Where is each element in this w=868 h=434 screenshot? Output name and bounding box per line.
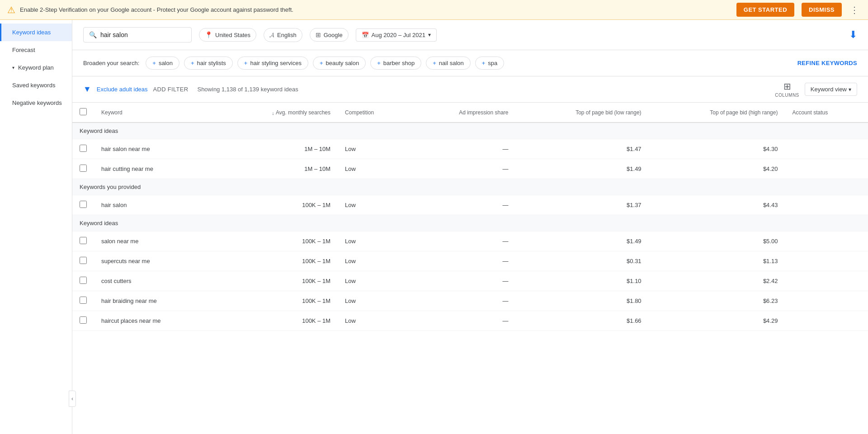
competition-cell: Low <box>338 159 410 179</box>
row-checkbox[interactable] <box>80 145 87 152</box>
refine-keywords-button[interactable]: REFINE KEYWORDS <box>797 60 857 66</box>
competition-cell: Low <box>338 195 410 215</box>
avg-monthly-header[interactable]: ↓ Avg. monthly searches <box>217 103 338 123</box>
broaden-search-area: Broaden your search: + salon + hair styl… <box>72 50 868 76</box>
sidebar-item-keyword-plan[interactable]: ▾ Keyword plan <box>0 59 72 76</box>
download-icon[interactable]: ⬇ <box>849 29 857 41</box>
row-checkbox[interactable] <box>80 165 87 172</box>
row-checkbox-cell[interactable] <box>72 251 94 271</box>
bid-low-cell: $1.66 <box>516 311 649 331</box>
keyword-cell: hair salon near me <box>94 139 217 159</box>
impression-cell: — <box>410 251 515 271</box>
warning-bar: ⚠ Enable 2-Step Verification on your Goo… <box>0 0 868 20</box>
impression-cell: — <box>410 271 515 291</box>
language-filter[interactable]: 𝓐 English <box>264 28 302 42</box>
monthly-cell: 100K – 1M <box>217 231 338 251</box>
app-container: Keyword ideas Forecast ▾ Keyword plan Sa… <box>0 20 868 434</box>
broaden-chip-barber-shop[interactable]: + barber shop <box>370 57 421 70</box>
competition-cell: Low <box>338 231 410 251</box>
table-row: haircut places near me 100K – 1M Low — $… <box>72 311 868 331</box>
row-checkbox[interactable] <box>80 297 87 304</box>
row-checkbox[interactable] <box>80 201 87 208</box>
bid-high-header: Top of page bid (high range) <box>649 103 785 123</box>
table-section-header: Keyword ideas <box>72 123 868 139</box>
dismiss-button[interactable]: DISMISS <box>802 3 842 17</box>
keyword-view-button[interactable]: Keyword view ▾ <box>805 83 857 96</box>
bid-low-cell: $0.31 <box>516 251 649 271</box>
table-row: cost cutters 100K – 1M Low — $1.10 $2.42 <box>72 271 868 291</box>
sidebar-item-forecast[interactable]: Forecast <box>0 41 72 59</box>
row-checkbox[interactable] <box>80 316 87 324</box>
sidebar-item-label: Keyword plan <box>18 64 54 71</box>
engine-icon: ⊞ <box>316 31 321 38</box>
keyword-cell: hair braiding near me <box>94 291 217 311</box>
chip-label: hair stylists <box>197 60 226 66</box>
row-checkbox-cell[interactable] <box>72 195 94 215</box>
more-options-icon[interactable]: ⋮ <box>848 3 861 17</box>
keyword-cell: hair cutting near me <box>94 159 217 179</box>
status-cell <box>785 311 868 331</box>
monthly-cell: 100K – 1M <box>217 311 338 331</box>
plus-icon: + <box>152 60 156 66</box>
language-icon: 𝓐 <box>269 31 274 39</box>
section-title: Keyword ideas <box>72 123 868 139</box>
row-checkbox-cell[interactable] <box>72 311 94 331</box>
table-section-header: Keyword ideas <box>72 215 868 231</box>
broaden-chip-nail-salon[interactable]: + nail salon <box>426 57 471 70</box>
row-checkbox[interactable] <box>80 237 87 244</box>
date-range-label: Aug 2020 – Jul 2021 <box>372 32 425 38</box>
row-checkbox[interactable] <box>80 257 87 264</box>
bid-high-cell: $4.29 <box>649 311 785 331</box>
chip-label: salon <box>159 60 173 66</box>
search-input[interactable] <box>100 31 179 38</box>
competition-cell: Low <box>338 311 410 331</box>
row-checkbox-cell[interactable] <box>72 271 94 291</box>
chip-label: spa <box>488 60 497 66</box>
location-filter[interactable]: 📍 United States <box>199 28 256 42</box>
add-filter-button[interactable]: ADD FILTER <box>153 86 189 93</box>
get-started-button[interactable]: GET STARTED <box>736 3 794 17</box>
exclude-adult-button[interactable]: Exclude adult ideas <box>97 86 148 93</box>
broaden-chip-hair-stylists[interactable]: + hair stylists <box>184 57 233 70</box>
sidebar-collapse-arrow[interactable]: ‹ <box>69 391 76 407</box>
bid-low-cell: $1.47 <box>516 139 649 159</box>
broaden-chip-beauty-salon[interactable]: + beauty salon <box>313 57 366 70</box>
table-row: salon near me 100K – 1M Low — $1.49 $5.0… <box>72 231 868 251</box>
chip-label: hair styling services <box>250 60 301 66</box>
status-cell <box>785 231 868 251</box>
plus-icon: + <box>433 60 436 66</box>
columns-button[interactable]: ⊞ COLUMNS <box>775 81 799 98</box>
broaden-chip-hair-styling-services[interactable]: + hair styling services <box>237 57 308 70</box>
keyword-cell: haircut places near me <box>94 311 217 331</box>
row-checkbox-cell[interactable] <box>72 291 94 311</box>
calendar-icon: 📅 <box>362 32 369 38</box>
chip-label: barber shop <box>383 60 415 66</box>
table-row: supercuts near me 100K – 1M Low — $0.31 … <box>72 251 868 271</box>
row-checkbox-cell[interactable] <box>72 231 94 251</box>
monthly-cell: 1M – 10M <box>217 139 338 159</box>
account-status-header: Account status <box>785 103 868 123</box>
broaden-chip-spa[interactable]: + spa <box>475 57 505 70</box>
keyword-view-label: Keyword view <box>811 86 847 93</box>
engine-filter[interactable]: ⊞ Google <box>310 28 349 42</box>
sidebar-item-keyword-ideas[interactable]: Keyword ideas <box>0 24 72 41</box>
row-checkbox-cell[interactable] <box>72 139 94 159</box>
sidebar-item-negative-keywords[interactable]: Negative keywords <box>0 94 72 112</box>
broaden-chip-salon[interactable]: + salon <box>146 57 179 70</box>
monthly-cell: 100K – 1M <box>217 251 338 271</box>
bid-high-cell: $1.13 <box>649 251 785 271</box>
competition-header: Competition <box>338 103 410 123</box>
location-icon: 📍 <box>205 31 212 38</box>
keyword-header: Keyword <box>94 103 217 123</box>
plus-icon: + <box>482 60 486 66</box>
search-box[interactable]: 🔍 <box>83 27 192 42</box>
select-all-header[interactable] <box>72 103 94 123</box>
table-row: hair salon near me 1M – 10M Low — $1.47 … <box>72 139 868 159</box>
date-filter[interactable]: 📅 Aug 2020 – Jul 2021 ▾ <box>356 28 437 42</box>
keyword-cell: hair salon <box>94 195 217 215</box>
select-all-checkbox[interactable] <box>80 108 87 115</box>
sidebar-item-saved-keywords[interactable]: Saved keywords <box>0 76 72 94</box>
row-checkbox[interactable] <box>80 277 87 284</box>
chevron-icon: ▾ <box>12 65 14 70</box>
row-checkbox-cell[interactable] <box>72 159 94 179</box>
